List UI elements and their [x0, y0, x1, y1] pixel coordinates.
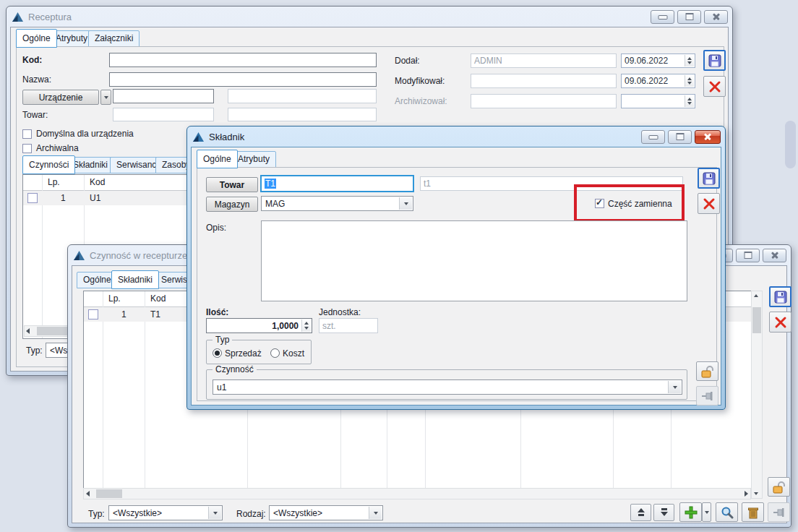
maximize-button[interactable] [677, 10, 701, 24]
dodal-date-spinner[interactable] [685, 55, 694, 66]
scrollbar-thumb[interactable] [37, 327, 69, 335]
lock-button[interactable] [768, 477, 790, 497]
minimize-icon [658, 15, 667, 20]
scrollbar-thumb[interactable] [96, 489, 122, 498]
lock-button[interactable] [696, 361, 718, 381]
archiwizowal-date-field[interactable] [621, 94, 695, 108]
arrow-up-icon [635, 507, 647, 518]
maximize-button[interactable] [668, 130, 692, 144]
pin-button[interactable] [768, 502, 790, 522]
row-checkbox[interactable] [27, 193, 38, 203]
ilosc-spinner[interactable] [301, 319, 311, 332]
archiwizowal-date-spinner[interactable] [685, 95, 694, 107]
save-icon [774, 291, 787, 304]
search-button[interactable] [716, 502, 738, 522]
app-logo-icon [192, 132, 205, 142]
domyslna-checkbox[interactable] [22, 129, 32, 139]
urzadzenie-button[interactable]: Urządzenie [22, 90, 99, 105]
maximize-icon [685, 13, 693, 20]
magazyn-dropdown[interactable]: MAG [261, 196, 413, 211]
typ-group-label: Typ [213, 335, 232, 345]
tab-skladniki[interactable]: Składniki [111, 270, 159, 289]
urzadzenie-kod-input[interactable] [113, 89, 214, 103]
czynnosc-groupbox: Czynność u1 [206, 369, 687, 400]
czynnosc-dropdown[interactable]: u1 [213, 379, 682, 395]
delete-button[interactable] [698, 193, 720, 214]
scroll-left-icon[interactable] [26, 328, 30, 334]
pin-button[interactable] [696, 386, 718, 406]
close-button[interactable] [695, 130, 721, 144]
background-scrollbar-thumb[interactable] [785, 121, 796, 168]
expand-all-button[interactable] [653, 504, 674, 521]
inner-tab-czynnosci[interactable]: Czynności [22, 155, 75, 174]
chevron-down-icon [369, 507, 382, 519]
modyfikowal-date-spinner[interactable] [685, 75, 694, 87]
save-button[interactable] [703, 50, 726, 71]
chevron-down-icon [104, 96, 108, 99]
towar-code-input[interactable]: T1 [261, 176, 413, 192]
kod-input[interactable] [109, 53, 377, 67]
towar-button[interactable]: Towar [206, 177, 258, 192]
chevron-down-icon [399, 197, 412, 210]
horizontal-scrollbar[interactable] [83, 488, 751, 499]
magazyn-button[interactable]: Magazyn [206, 197, 258, 212]
dodal-date-field[interactable]: 09.06.2022 [621, 53, 695, 68]
add-button[interactable] [679, 502, 702, 522]
delete-x-icon [774, 316, 787, 329]
nazwa-input[interactable] [109, 72, 377, 87]
add-dropdown-button[interactable] [702, 502, 711, 522]
window-title: Czynność w recepturze [90, 250, 187, 261]
tab-ogolne[interactable]: Ogólne [197, 150, 238, 168]
col-lp: Lp. [108, 293, 121, 304]
delete-button[interactable] [769, 312, 791, 332]
chevron-down-icon [668, 381, 681, 393]
save-button[interactable] [769, 286, 791, 307]
typ-filter-dropdown[interactable]: <Wszystkie> [108, 505, 223, 520]
urzadzenie-nazwa-field [228, 89, 377, 103]
typ-filter-value: <Wszystkie> [113, 508, 162, 518]
vertical-scrollbar[interactable] [751, 291, 763, 499]
sprzedaz-radio[interactable] [213, 348, 222, 358]
tab-atrybuty[interactable]: Atrybuty [231, 151, 276, 168]
maximize-button[interactable] [736, 249, 760, 262]
delete-row-button[interactable] [742, 502, 764, 522]
col-kod: Kod [150, 293, 166, 304]
magazyn-value: MAG [265, 199, 285, 209]
window-title: Receptura [28, 12, 72, 22]
koszt-radio[interactable] [270, 348, 280, 358]
scroll-up-icon[interactable] [754, 294, 758, 297]
urzadzenie-dropdown-button[interactable] [100, 90, 111, 105]
close-button[interactable] [704, 10, 728, 24]
opis-textarea[interactable] [261, 220, 687, 301]
archiwizowal-label: Archiwizował: [395, 96, 447, 106]
minimize-button[interactable] [651, 10, 674, 24]
tab-ogolne[interactable]: Ogólne [16, 29, 57, 48]
receptura-titlebar[interactable]: Receptura [12, 7, 728, 27]
modyfikowal-date-field[interactable]: 09.06.2022 [621, 74, 695, 88]
tab-zalaczniki[interactable]: Załączniki [88, 30, 140, 47]
scroll-down-icon[interactable] [754, 492, 758, 495]
collapse-all-button[interactable] [630, 504, 651, 521]
app-logo-icon [73, 250, 85, 261]
ilosc-input[interactable]: 1,0000 [206, 318, 312, 333]
scrollbar-thumb[interactable] [752, 307, 761, 333]
close-button[interactable] [763, 249, 786, 262]
rodzaj-filter-dropdown[interactable]: <Wszystkie> [269, 505, 383, 520]
modyfikowal-label: Modyfikował: [395, 76, 445, 86]
skladnik-tab-panel: Towar T1 t1 Magazyn MAG ✓ Część zamienna… [197, 167, 717, 401]
app-logo-icon [12, 12, 24, 22]
dodal-label: Dodał: [395, 56, 420, 66]
scroll-left-icon[interactable] [86, 491, 90, 497]
scroll-right-icon[interactable] [745, 491, 748, 497]
row-checkbox[interactable] [88, 309, 98, 319]
domyslna-checkbox-label: Domyślna dla urządzenia [36, 129, 134, 139]
archiwizowal-user-field [471, 94, 617, 108]
skladnik-titlebar[interactable]: Składnik [192, 126, 721, 147]
archiwalna-checkbox-label: Archiwalna [36, 143, 79, 153]
minimize-button[interactable] [641, 130, 665, 144]
koszt-radio-label: Koszt [283, 348, 304, 359]
save-button[interactable] [698, 168, 720, 189]
archiwalna-checkbox[interactable] [22, 144, 32, 153]
delete-button[interactable] [703, 76, 726, 97]
minimize-icon [648, 135, 658, 140]
